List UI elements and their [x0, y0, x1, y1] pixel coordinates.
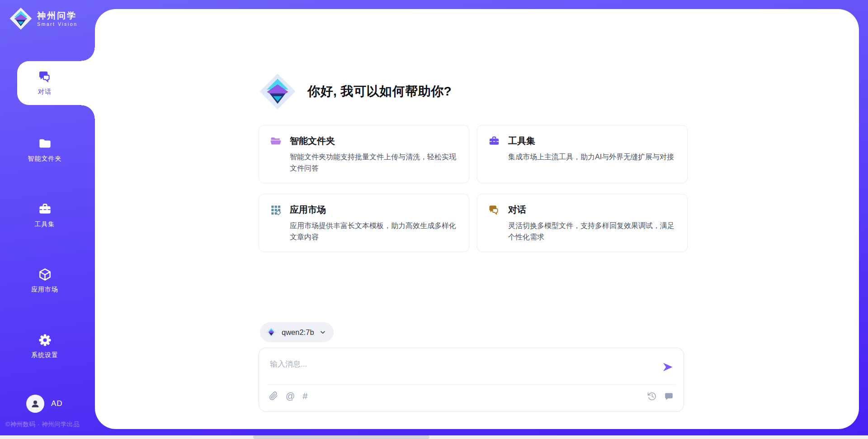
card-title: 应用市场: [290, 204, 326, 216]
card-description: 智能文件夹功能支持批量文件上传与清洗，轻松实现文件问答: [290, 152, 459, 174]
chat-icon: [38, 70, 52, 84]
at-icon[interactable]: @: [286, 391, 295, 401]
chevron-down-icon: [319, 329, 326, 336]
copyright-footer: ©神州数码 · 神州问学出品: [5, 420, 80, 429]
sidebar-item-chat[interactable]: 对话: [0, 70, 90, 96]
horizontal-scrollbar[interactable]: [0, 435, 868, 439]
folder-open-icon: [270, 135, 282, 147]
send-icon[interactable]: [662, 361, 674, 373]
card-title: 工具集: [508, 135, 535, 147]
briefcase-icon: [488, 135, 500, 147]
paperclip-icon[interactable]: [269, 391, 278, 401]
app-root: 神州问学 Smart Vision 对话 智能文件夹 工具集: [0, 0, 868, 439]
composer-right-tools: [647, 391, 674, 401]
card-app-market[interactable]: 应用市场 应用市场提供丰富长文本模板，助力高效生成多样化文章内容: [259, 194, 469, 252]
hash-icon[interactable]: #: [302, 391, 307, 401]
sidebar-item-toolset[interactable]: 工具集: [0, 202, 90, 229]
feature-cards: 智能文件夹 智能文件夹功能支持批量文件上传与清洗，轻松实现文件问答 工具集 集成…: [259, 125, 688, 252]
active-tab-fillet-bottom: [81, 105, 95, 119]
card-description: 集成市场上主流工具，助力AI与外界无缝扩展与对接: [508, 152, 677, 163]
folder-icon: [38, 137, 52, 151]
logo-diamond-icon: [9, 7, 33, 30]
card-chat[interactable]: 对话 灵活切换多模型文件，支持多样回复效果调试，满足个性化需求: [477, 194, 688, 252]
card-toolset[interactable]: 工具集 集成市场上主流工具，助力AI与外界无缝扩展与对接: [477, 125, 688, 183]
sidebar-item-label: 智能文件夹: [28, 155, 62, 163]
card-title: 对话: [508, 204, 526, 216]
sidebar-item-smart-folder[interactable]: 智能文件夹: [0, 137, 90, 163]
greeting-block: 你好, 我可以如何帮助你?: [259, 72, 452, 110]
card-smart-folder[interactable]: 智能文件夹 智能文件夹功能支持批量文件上传与清洗，轻松实现文件问答: [259, 125, 469, 183]
greeting-title: 你好, 我可以如何帮助你?: [307, 83, 452, 100]
model-name: qwen2:7b: [282, 328, 314, 337]
composer-toolbar: @ #: [269, 391, 307, 401]
message-icon[interactable]: [664, 391, 674, 401]
logo-diamond-icon: [259, 72, 297, 110]
model-selector[interactable]: qwen2:7b: [260, 322, 334, 342]
card-description: 灵活切换多模型文件，支持多样回复效果调试，满足个性化需求: [508, 220, 677, 243]
brand-title: 神州问学: [37, 10, 77, 21]
card-title: 智能文件夹: [290, 135, 335, 147]
sidebar-item-app-market[interactable]: 应用市场: [0, 267, 90, 294]
logo-diamond-icon: [266, 327, 277, 338]
message-input[interactable]: [270, 355, 645, 374]
gear-icon: [38, 333, 52, 347]
sidebar-item-label: 对话: [38, 88, 52, 96]
brand-logo-block: 神州问学 Smart Vision: [9, 7, 77, 30]
message-composer: @ #: [259, 348, 684, 412]
composer-divider: [267, 384, 675, 385]
card-description: 应用市场提供丰富长文本模板，助力高效生成多样化文章内容: [290, 220, 459, 243]
sidebar-item-label: 工具集: [35, 220, 55, 229]
briefcase-icon: [38, 202, 52, 216]
avatar: [26, 395, 44, 413]
scrollbar-thumb[interactable]: [253, 435, 429, 439]
sidebar-item-label: 应用市场: [31, 286, 58, 294]
history-icon[interactable]: [647, 391, 657, 401]
grid-icon: [270, 204, 282, 216]
active-tab-fillet-top: [81, 48, 95, 61]
sidebar-item-settings[interactable]: 系统设置: [0, 333, 90, 359]
user-avatar-icon: [30, 398, 41, 409]
sidebar-item-label: 系统设置: [31, 351, 58, 359]
user-name: AD: [51, 399, 63, 408]
cube-icon: [38, 267, 52, 282]
chat-icon: [488, 204, 500, 216]
user-profile[interactable]: AD: [26, 395, 63, 413]
brand-subtitle: Smart Vision: [37, 21, 77, 27]
